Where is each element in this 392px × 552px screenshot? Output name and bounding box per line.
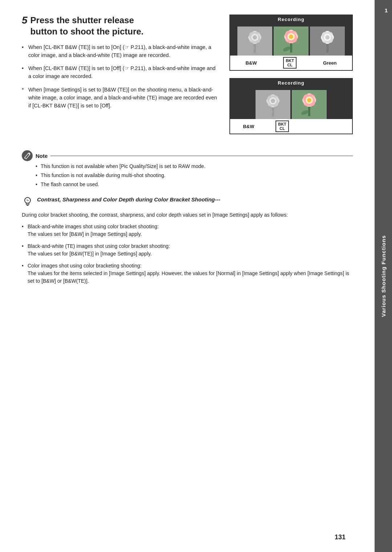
- contrast-bullets: Black-and-white images shot using color …: [22, 223, 353, 285]
- side-tab: 1 Various Shooting Functions: [375, 0, 392, 552]
- rec-caption-green: Green: [323, 60, 337, 66]
- rec-image-color-2: [292, 90, 327, 119]
- note-item: This function is not available when [Pic…: [36, 163, 353, 170]
- contrast-header: Contrast, Sharpness and Color Depth duri…: [22, 196, 353, 207]
- note-item: The flash cannot be used.: [36, 181, 353, 188]
- rec-caption-bw-2: B&W: [243, 124, 254, 129]
- note-icon: [22, 150, 33, 161]
- recording-diagrams: Recording: [229, 15, 353, 142]
- contrast-section: Contrast, Sharpness and Color Depth duri…: [22, 196, 353, 285]
- lightbulb-icon: [22, 196, 33, 207]
- rec-image-color: [274, 26, 309, 56]
- note-divider: [50, 156, 353, 156]
- contrast-body: During color bracket shooting, the contr…: [22, 211, 353, 219]
- contrast-item: Black-and-white (TE) images shot using c…: [22, 242, 353, 258]
- note-section: Note This function is not available when…: [22, 150, 353, 188]
- list-item: When [CL-BKT B&W (TE)] is set to [On] (☞…: [22, 44, 219, 60]
- step-title: Press the shutter release button to shoo…: [30, 15, 144, 37]
- rec-image-bwte: [310, 26, 345, 56]
- rec-caption-bkt-2: BKTCL: [275, 120, 289, 132]
- svg-point-24: [325, 35, 330, 40]
- star-list: When [Image Settings] is set to [B&W (TE…: [22, 86, 219, 110]
- list-item: When [Image Settings] is set to [B&W (TE…: [22, 86, 219, 110]
- contrast-item: Black-and-white images shot using color …: [22, 223, 353, 238]
- step-heading: 5 Press the shutter release button to sh…: [22, 15, 219, 37]
- side-tab-label: Various Shooting Functions: [380, 235, 387, 317]
- bullet-list: When [CL-BKT B&W (TE)] is set to [On] (☞…: [22, 44, 219, 80]
- page-number: 131: [335, 533, 346, 541]
- svg-point-33: [271, 99, 275, 103]
- note-header: Note: [22, 150, 353, 161]
- recording-diagram-top: Recording: [229, 15, 353, 71]
- recording-label-bottom: Recording: [230, 79, 352, 88]
- recording-captions-top: B&W BKTCL Green: [230, 56, 352, 70]
- rec-image-bw: [237, 26, 272, 56]
- svg-point-42: [307, 98, 311, 102]
- recording-images-bottom: [230, 88, 352, 119]
- step-number: 5: [22, 15, 28, 25]
- contrast-title: Contrast, Sharpness and Color Depth duri…: [37, 196, 220, 203]
- recording-diagram-bottom: Recording: [229, 78, 353, 134]
- note-bullets: This function is not available when [Pic…: [36, 163, 353, 188]
- recording-images-top: [230, 24, 352, 56]
- recording-label-top: Recording: [230, 15, 352, 24]
- contrast-item: Color images shot using color bracketing…: [22, 262, 353, 285]
- rec-caption-bw: B&W: [245, 60, 257, 66]
- rec-image-bw-2: [256, 90, 290, 119]
- recording-captions-bottom: B&W BKTCL: [230, 119, 352, 134]
- note-item: This function is not available during mu…: [36, 172, 353, 179]
- rec-caption-bkt: BKTCL: [283, 57, 297, 69]
- side-tab-number: 1: [385, 7, 388, 13]
- svg-point-15: [289, 34, 293, 39]
- list-item: When [CL-BKT B&W (TE)] is set to [Off] (…: [22, 65, 219, 81]
- svg-point-6: [253, 35, 257, 40]
- note-title-line: Note: [36, 153, 353, 159]
